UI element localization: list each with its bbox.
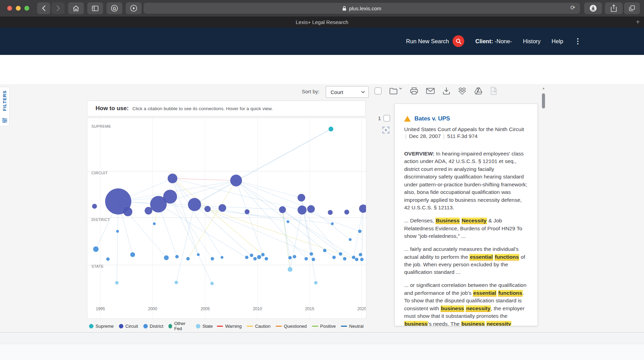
citation-bubble[interactable]: [344, 210, 349, 214]
citation-bubble[interactable]: [245, 209, 249, 214]
citation-bubble[interactable]: [175, 255, 179, 258]
citation-bubble[interactable]: [221, 256, 223, 259]
citation-bubble[interactable]: [163, 190, 177, 204]
dropbox-icon[interactable]: [458, 87, 466, 95]
citation-bubble[interactable]: [328, 210, 333, 215]
citation-bubble[interactable]: [261, 253, 265, 256]
address-bar[interactable]: plus.lexis.com ⟳: [144, 3, 580, 14]
citation-bubble[interactable]: [168, 174, 177, 183]
media-play-button[interactable]: [126, 2, 142, 14]
citation-bubble[interactable]: [257, 255, 261, 259]
citation-bubble[interactable]: [358, 230, 362, 233]
citation-bubble[interactable]: [298, 206, 307, 214]
history-link[interactable]: History: [523, 38, 541, 45]
sort-select[interactable]: Court: [326, 86, 369, 98]
tab-overview-button[interactable]: [624, 2, 640, 14]
new-tab-button[interactable]: +: [636, 17, 640, 27]
google-drive-icon[interactable]: [474, 87, 482, 95]
run-new-search-button[interactable]: Run New Search: [406, 35, 465, 47]
citation-bubble[interactable]: [164, 255, 169, 260]
search-icon[interactable]: [453, 35, 464, 47]
citation-bubble[interactable]: [298, 194, 305, 201]
citation-bubble[interactable]: [323, 249, 326, 252]
citation-bubble[interactable]: [211, 257, 214, 260]
home-button[interactable]: [68, 2, 84, 14]
citation-bubble[interactable]: [230, 175, 242, 186]
case-preview-card[interactable]: Bates v. UPS United States Court of Appe…: [395, 104, 538, 326]
result-checkbox[interactable]: [384, 115, 390, 121]
back-button[interactable]: [37, 2, 50, 14]
citation-bubble[interactable]: [115, 281, 119, 284]
citation-bubble[interactable]: [210, 282, 214, 285]
extension-grammar-button[interactable]: G: [107, 2, 122, 14]
citation-bubble[interactable]: [310, 252, 313, 256]
reload-icon[interactable]: ⟳: [570, 4, 575, 11]
citation-bubble[interactable]: [293, 255, 296, 258]
citation-bubble[interactable]: [360, 258, 364, 261]
warning-triangle-icon: [404, 116, 411, 122]
client-selector[interactable]: Client: -None-: [475, 38, 512, 45]
citation-bubble[interactable]: [331, 222, 334, 225]
citation-bubble[interactable]: [106, 257, 110, 261]
citation-bubble[interactable]: [204, 206, 211, 212]
window-close-button[interactable]: [7, 6, 12, 11]
citation-bubble[interactable]: [93, 246, 99, 252]
citation-bubble[interactable]: [153, 222, 156, 225]
citation-bubble[interactable]: [116, 230, 119, 233]
more-options-kebab-icon[interactable]: ⋮: [574, 37, 581, 45]
filters-panel-tab[interactable]: FILTERS: [0, 87, 10, 126]
case-title-link[interactable]: Bates v. UPS: [414, 115, 450, 122]
citation-bubble[interactable]: [175, 281, 178, 284]
downloads-button[interactable]: [584, 2, 602, 14]
citation-bubble[interactable]: [253, 257, 257, 260]
citation-bubble[interactable]: [355, 258, 358, 261]
export-page-icon[interactable]: [490, 87, 498, 95]
select-all-checkbox[interactable]: [375, 88, 381, 94]
citation-bubble[interactable]: [314, 281, 318, 284]
url-text: plus.lexis.com: [349, 5, 381, 11]
citation-bubble[interactable]: [312, 258, 315, 261]
citation-bubble[interactable]: [130, 252, 135, 257]
citation-bubble[interactable]: [332, 256, 336, 259]
citation-bubble[interactable]: [307, 205, 315, 213]
citation-bubble[interactable]: [359, 253, 362, 256]
citation-bubble[interactable]: [186, 257, 190, 260]
citation-bubble[interactable]: [265, 257, 268, 260]
citation-bubble[interactable]: [123, 207, 132, 216]
share-button[interactable]: [605, 2, 623, 14]
forward-button[interactable]: [52, 2, 65, 14]
download-icon[interactable]: [443, 87, 450, 95]
citation-bubble[interactable]: [92, 204, 97, 209]
citation-bubble[interactable]: [359, 205, 366, 213]
citation-bubble[interactable]: [250, 254, 253, 257]
citation-bubble[interactable]: [288, 267, 292, 272]
help-link[interactable]: Help: [552, 38, 563, 45]
citation-bubble[interactable]: [343, 257, 346, 260]
filters-label: FILTERS: [2, 90, 7, 111]
citation-bubble[interactable]: [279, 206, 286, 213]
locate-on-map-icon[interactable]: [382, 126, 390, 134]
citation-bubble[interactable]: [197, 253, 200, 256]
window-minimize-button[interactable]: [16, 6, 21, 11]
citation-bubble[interactable]: [188, 198, 201, 211]
scrollbar-thumb[interactable]: [542, 93, 545, 108]
email-icon[interactable]: [426, 88, 435, 94]
citation-bubble[interactable]: [349, 238, 352, 241]
browser-tab[interactable]: Lexis+ Legal Research: [0, 16, 644, 28]
sidebar-toggle-button[interactable]: [87, 2, 103, 14]
scroll-up-arrow-icon[interactable]: ▲: [542, 86, 545, 90]
citation-bubble[interactable]: [219, 204, 226, 212]
folder-button[interactable]: [389, 88, 402, 95]
citation-bubble[interactable]: [339, 252, 342, 256]
citation-bubble[interactable]: [329, 127, 333, 131]
citation-bubble[interactable]: [352, 256, 355, 259]
citation-map-chart[interactable]: 199520002005201020152020SUPREMECIRCUITDI…: [87, 118, 366, 318]
citation-bubble[interactable]: [287, 220, 289, 223]
results-scrollbar[interactable]: ▲: [542, 86, 546, 329]
window-zoom-button[interactable]: [24, 6, 29, 11]
citation-bubble[interactable]: [304, 257, 308, 260]
print-icon[interactable]: [410, 87, 418, 95]
citation-bubble[interactable]: [288, 256, 292, 259]
citation-bubble[interactable]: [245, 256, 248, 259]
legend-item: Other Fed: [168, 321, 191, 331]
